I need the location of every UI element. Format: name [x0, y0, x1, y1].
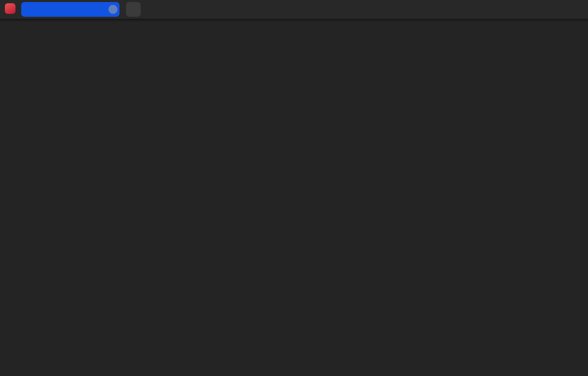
terminal-app-icon	[5, 3, 15, 14]
titlebar	[0, 0, 588, 19]
close-icon[interactable]	[108, 5, 117, 14]
new-tab-button[interactable]	[126, 2, 141, 17]
tab-active[interactable]	[21, 2, 119, 17]
terminal-screen[interactable]	[0, 19, 588, 376]
